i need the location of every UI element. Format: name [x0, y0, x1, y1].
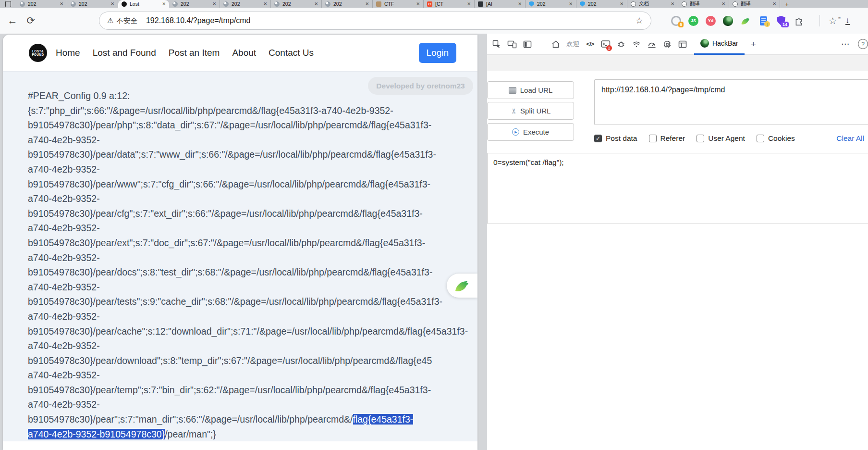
devtools-device-emulation-icon[interactable] — [505, 37, 518, 51]
hackbar-checkbox-user-agent[interactable]: User Agent — [697, 134, 745, 143]
hackbar-post-data-input[interactable]: 0=system("cat /flag"); — [487, 153, 868, 224]
tab-close-icon[interactable]: ✕ — [772, 1, 776, 6]
devtools-performance-icon[interactable] — [645, 37, 658, 51]
devtools-inspect-element-icon[interactable] — [490, 37, 503, 51]
browser-tab[interactable]: 202✕ — [67, 0, 118, 8]
tab-close-icon[interactable]: ✕ — [60, 1, 63, 6]
tab-close-icon[interactable]: ✕ — [620, 1, 623, 6]
tab-close-icon[interactable]: ✕ — [110, 1, 114, 6]
login-button[interactable]: Login — [419, 43, 457, 63]
tab-title: 202 — [232, 1, 260, 7]
tab-title: Lost — [130, 1, 159, 7]
devtools-storage-icon[interactable] — [676, 37, 689, 51]
devtools-console-icon[interactable]: 2 — [599, 37, 612, 51]
devtools-more-options-icon[interactable]: ⋯ — [841, 39, 850, 49]
devtools-dock-side-icon[interactable] — [521, 37, 534, 51]
browser-tab[interactable]: 文档✕ — [627, 0, 678, 8]
tab-search-icon[interactable] — [0, 0, 16, 8]
refresh-button[interactable]: ⟳ — [24, 15, 37, 26]
tab-strip: 202✕202✕Lost✕202✕202✕202✕202✕CTF✕C[CT✕[A… — [0, 0, 868, 8]
browser-tab[interactable]: Lost✕ — [118, 0, 169, 8]
selected-flag-text: a740-4e2b-9352-b91054978c30} — [28, 429, 165, 439]
config-line: a740-4e2b-9352- — [28, 309, 477, 324]
config-line: b91054978c30}/pear/cache";s:12:"download… — [28, 324, 477, 339]
browser-tab[interactable]: CTF✕ — [373, 0, 424, 8]
hackbar-extension-icon[interactable] — [723, 16, 733, 26]
config-line: b91054978c30}/pear/php";s:8:"data_dir";s… — [28, 118, 477, 133]
tab-close-icon[interactable]: ✕ — [416, 1, 420, 6]
browser-tab[interactable]: 202✕ — [220, 0, 271, 8]
tab-close-icon[interactable]: ✕ — [263, 1, 267, 6]
tab-close-icon[interactable]: ✕ — [467, 1, 471, 6]
config-line: a740-4e2b-9352- — [28, 338, 477, 353]
hackbar-execute-button[interactable]: ▶Execute — [487, 123, 574, 141]
hackbar-split-url-button[interactable]: ✂Split URL — [487, 102, 574, 120]
download-badge: ↓ — [764, 21, 770, 27]
tab-close-icon[interactable]: ✕ — [314, 1, 318, 6]
youdao-dict-extension-icon[interactable]: Yd — [706, 16, 716, 26]
privacy-shield-extension-icon[interactable]: 14 — [776, 15, 786, 26]
devtools-code-icon[interactable]: </> — [584, 37, 597, 51]
lost-and-found-logo[interactable]: LOST& FOUND — [29, 44, 47, 62]
nav-item-lost-and-found[interactable]: Lost and Found — [93, 48, 156, 58]
checkbox-referer[interactable] — [649, 135, 657, 142]
swirl-favicon-icon — [20, 1, 25, 7]
browser-tab[interactable]: [AI✕ — [475, 0, 526, 8]
config-line: b91054978c30}/pear/ext";s:7:"doc_dir";s:… — [28, 236, 477, 250]
devtools-icons: 欢迎</>2 — [490, 37, 689, 51]
tab-close-icon[interactable]: ✕ — [162, 1, 166, 6]
devtools-home-icon[interactable] — [549, 37, 562, 51]
bookmark-star-icon[interactable]: ☆ — [636, 15, 643, 26]
save-page-extension-icon[interactable]: ↓ — [758, 15, 769, 26]
checkbox-user-agent[interactable] — [697, 135, 704, 142]
hackbar-url-input[interactable]: http://192.168.10.4/?page=/tmp/cmd — [594, 79, 868, 125]
browser-tab[interactable]: 202✕ — [169, 0, 220, 8]
new-tab-button[interactable]: + — [780, 0, 794, 8]
checkbox-cookies[interactable] — [757, 135, 764, 142]
back-button[interactable]: ← — [6, 15, 19, 26]
hackbar-clear-all-link[interactable]: Clear All — [836, 134, 864, 143]
tab-close-icon[interactable]: ✕ — [518, 1, 522, 6]
tab-close-icon[interactable]: ✕ — [569, 1, 573, 6]
browser-tab[interactable]: C[CT✕ — [424, 0, 475, 8]
translate-floating-widget[interactable] — [447, 274, 477, 298]
tab-close-icon[interactable]: ✕ — [365, 1, 369, 6]
nav-item-post-an-item[interactable]: Post an Item — [169, 48, 220, 58]
devtools-memory-icon[interactable] — [660, 37, 673, 51]
devtools-help-icon[interactable]: ? — [858, 39, 868, 49]
browser-tab[interactable]: 202✕ — [322, 0, 373, 8]
extension-letter: JS — [688, 16, 698, 26]
nav-item-about[interactable]: About — [232, 48, 256, 58]
config-line: b91054978c30}/pear/data";s:7:"www_dir";s… — [28, 147, 477, 162]
translate-bird-extension-icon[interactable] — [740, 15, 751, 26]
tab-close-icon[interactable]: ✕ — [212, 1, 216, 6]
hackbar-checkbox-cookies[interactable]: Cookies — [757, 134, 795, 143]
hackbar-checkbox-post-data[interactable]: ✓Post data — [594, 134, 637, 143]
favorites-list-icon[interactable]: ☆≡ — [829, 15, 837, 26]
browser-tab[interactable]: 翻译✕ — [678, 0, 729, 8]
hackbar-load-url-button[interactable]: Load URL — [487, 81, 574, 99]
downloads-icon[interactable]: ↓ — [845, 17, 850, 25]
checkbox-post-data[interactable]: ✓ — [594, 135, 602, 142]
devtools-more-tabs-icon[interactable]: + — [751, 39, 756, 50]
browser-tab[interactable]: 202✕ — [526, 0, 576, 8]
hackbar-checkbox-referer[interactable]: Referer — [649, 134, 685, 143]
swirl-favicon-icon — [274, 1, 280, 7]
tab-title: 202 — [588, 1, 617, 7]
nav-item-contact-us[interactable]: Contact Us — [269, 48, 314, 58]
browser-tab[interactable]: 202✕ — [16, 0, 67, 8]
devtools-bug-icon[interactable] — [614, 37, 627, 51]
address-bar[interactable]: ⚠ 不安全 192.168.10.4/?page=/tmp/cmd ☆ — [99, 12, 651, 30]
blocker-ring-extension-icon[interactable]: 6 — [671, 15, 681, 26]
nav-item-home[interactable]: Home — [56, 48, 80, 58]
tab-close-icon[interactable]: ✕ — [671, 1, 674, 6]
tab-close-icon[interactable]: ✕ — [721, 1, 725, 6]
browser-tab[interactable]: 翻译✕ — [729, 0, 780, 8]
browser-tab[interactable]: 202✕ — [271, 0, 322, 8]
devtools-tab-hackbar[interactable]: HackBar — [694, 34, 745, 55]
browser-tab[interactable]: 202✕ — [576, 0, 627, 8]
devtools-wifi-icon[interactable] — [630, 37, 643, 51]
extension-icons-row: 6JSYd↓14 — [671, 15, 804, 26]
extensions-puzzle-icon[interactable] — [794, 15, 804, 26]
js-toggle-extension-icon[interactable]: JS — [688, 16, 698, 26]
